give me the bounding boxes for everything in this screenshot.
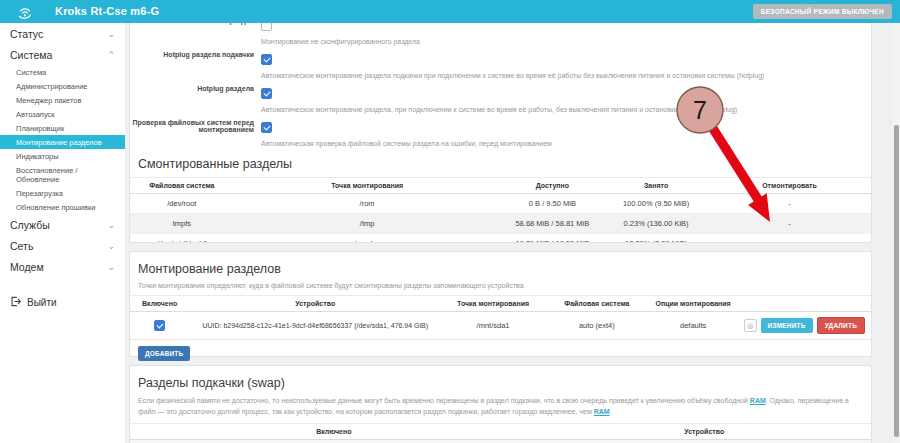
sidebar-item-status[interactable]: Статус ⌄ <box>0 23 125 44</box>
swap-title: Разделы подкачки (swap) <box>138 376 863 390</box>
cell-filesystem: /dev/root <box>130 194 234 214</box>
sidebar: Статус ⌄ Система ⌃ Система Администриров… <box>0 23 126 443</box>
col-header-enabled: Включено <box>130 296 189 312</box>
mounting-title: Монтирование разделов <box>138 262 863 276</box>
table-header-row: Включено Устройство <box>130 424 871 440</box>
cell-available: 16.21 MiB / 18.50 MiB <box>500 234 604 244</box>
chevron-down-icon: ⌄ <box>107 30 115 38</box>
ram-link[interactable]: RAM <box>750 397 766 404</box>
col-header-used: Занято <box>604 178 708 194</box>
sidebar-item-mounting-partitions[interactable]: Монтирование разделов <box>0 135 125 149</box>
brand-wifi-icon <box>16 3 34 21</box>
sidebar-item-indicators[interactable]: Индикаторы <box>0 149 125 163</box>
sidebar-item-label: Статус <box>10 28 43 40</box>
swap-table: Включено Устройство Здесь пока что пусто <box>130 423 871 443</box>
sidebar-item-reboot[interactable]: Перезагрузка <box>0 186 125 200</box>
col-header-device: Устройство <box>189 296 441 312</box>
col-header-available: Доступно <box>500 178 604 194</box>
sidebar-item-scheduler[interactable]: Планировщик <box>0 121 125 135</box>
sidebar-item-services[interactable]: Службы ⌄ <box>0 214 125 235</box>
fsck-checkbox[interactable] <box>261 122 272 133</box>
logout-icon <box>10 296 21 309</box>
option-label: Hotplug раздела подкачки <box>130 51 254 58</box>
col-header-unmount: Отмонтировать <box>708 178 871 194</box>
hotplug-swap-checkbox[interactable] <box>261 54 272 65</box>
option-description: Монтирование не сконфигурированного разд… <box>261 38 871 45</box>
col-header-mount-options: Опции монтирования <box>649 296 738 312</box>
cell-filesystem: /dev/mtdblock6 <box>130 234 234 244</box>
empty-placeholder: Здесь пока что пусто <box>130 440 871 443</box>
cell-available: 0 B / 9.50 MiB <box>500 194 604 214</box>
option-description: Автоматическая проверка файловой системы… <box>261 140 871 147</box>
col-header-mount-point: Точка монтирования <box>441 296 545 312</box>
option-description: Автоматическое монтирование раздела, при… <box>261 106 871 113</box>
cell-unmount: - <box>708 234 871 244</box>
top-bar: Kroks Rt-Cse m6-G БЕЗОПАСНЫЙ РЕЖИМ ВЫКЛЮ… <box>0 0 900 23</box>
main-content: Неизвестный раздел Монтирование не сконф… <box>125 23 900 443</box>
mounted-partitions-card: Неизвестный раздел Монтирование не сконф… <box>129 23 872 243</box>
sidebar-item-firmware-update[interactable]: Обновление прошивки <box>0 200 125 214</box>
option-row-hotplug-partition: Hotplug раздела Автоматическое монтирова… <box>130 82 871 113</box>
table-row: /dev/root /rom 0 B / 9.50 MiB 100.00% (9… <box>130 194 871 214</box>
mount-enabled-checkbox[interactable] <box>154 320 165 331</box>
logout-button[interactable]: Выйти <box>0 291 125 314</box>
mounting-description: Точки монтирования определяют, куда в фа… <box>138 282 863 289</box>
option-row-hotplug-swap: Hotplug раздела подкачки Автоматическое … <box>130 48 871 79</box>
col-header-mount-point: Точка монтирования <box>234 178 501 194</box>
empty-placeholder-row: Здесь пока что пусто <box>130 440 871 443</box>
cell-mount-point: /overlay <box>234 234 501 244</box>
sidebar-item-system[interactable]: Система ⌃ <box>0 44 125 65</box>
sidebar-system-submenu: Система Администрирование Менеджер пакет… <box>0 65 125 214</box>
cell-mount-options: defaults <box>649 312 738 340</box>
safe-mode-button[interactable]: БЕЗОПАСНЫЙ РЕЖИМ ВЫКЛЮЧЕН <box>753 4 892 19</box>
hotplug-partition-checkbox[interactable] <box>261 88 272 99</box>
mount-status-icon-button[interactable]: ◎ <box>744 319 757 332</box>
page-scrollbar[interactable] <box>893 23 900 443</box>
option-label: Неизвестный раздел <box>130 23 254 24</box>
cell-unmount: - <box>708 194 871 214</box>
option-description: Автоматическое монтирование раздела подк… <box>261 72 871 79</box>
sidebar-item-administration[interactable]: Администрирование <box>0 79 125 93</box>
mounting-config-card: Монтирование разделов Точки монтирования… <box>129 251 872 357</box>
sidebar-item-package-manager[interactable]: Менеджер пакетов <box>0 93 125 107</box>
option-label: Проверка файловых систем перед монтирова… <box>130 119 254 133</box>
cell-used: 0.23% (136.00 KiB) <box>604 214 708 234</box>
chevron-down-icon: ⌄ <box>107 263 115 271</box>
add-button[interactable]: ДОБАВИТЬ <box>138 346 190 361</box>
delete-button[interactable]: УДАЛИТЬ <box>817 317 865 334</box>
swap-text: . <box>610 408 612 415</box>
logout-label: Выйти <box>27 297 57 308</box>
sidebar-item-network[interactable]: Сеть ⌄ <box>0 235 125 256</box>
col-header-enabled: Включено <box>130 424 538 440</box>
sidebar-item-system-general[interactable]: Система <box>0 65 125 79</box>
sidebar-item-modem[interactable]: Модем ⌄ <box>0 256 125 277</box>
sidebar-item-restore-update[interactable]: Восстановление / Обновление <box>0 163 125 186</box>
sidebar-item-label: Система <box>10 49 52 61</box>
col-header-device: Устройство <box>538 424 871 440</box>
cell-filesystem: tmpfs <box>130 214 234 234</box>
col-header-filesystem: Файловая система <box>130 178 234 194</box>
cell-available: 58.68 MiB / 58.81 MiB <box>500 214 604 234</box>
swap-card: Разделы подкачки (swap) Если физической … <box>129 365 872 443</box>
device-title: Kroks Rt-Cse m6-G <box>55 0 159 23</box>
cell-unmount: - <box>708 214 871 234</box>
col-header-actions <box>738 296 871 312</box>
table-header-row: Включено Устройство Точка монтирования Ф… <box>130 296 871 312</box>
cell-device: UUID: b294d258-c12c-41e1-9dcf-d4ef686563… <box>189 312 441 340</box>
table-header-row: Файловая система Точка монтирования Дост… <box>130 178 871 194</box>
table-row: tmpfs /tmp 58.68 MiB / 58.81 MiB 0.23% (… <box>130 214 871 234</box>
swap-description: Если физической памяти не достаточно, то… <box>138 396 863 417</box>
option-label: Hotplug раздела <box>130 85 254 92</box>
sidebar-item-label: Модем <box>10 261 44 273</box>
cell-filesystem: auto (ext4) <box>545 312 649 340</box>
sidebar-item-autostart[interactable]: Автозапуск <box>0 107 125 121</box>
edit-button[interactable]: ИЗМЕНИТЬ <box>761 318 813 333</box>
chevron-down-icon: ⌄ <box>107 221 115 229</box>
sidebar-item-label: Службы <box>10 219 50 231</box>
scrollbar-thumb[interactable] <box>894 125 899 437</box>
cell-mount-point: /mnt/sda1 <box>441 312 545 340</box>
unknown-partition-checkbox[interactable] <box>261 23 272 31</box>
option-row-fsck: Проверка файловых систем перед монтирова… <box>130 116 871 147</box>
sidebar-item-label: Сеть <box>10 240 33 252</box>
ram-link[interactable]: RAM <box>594 408 610 415</box>
